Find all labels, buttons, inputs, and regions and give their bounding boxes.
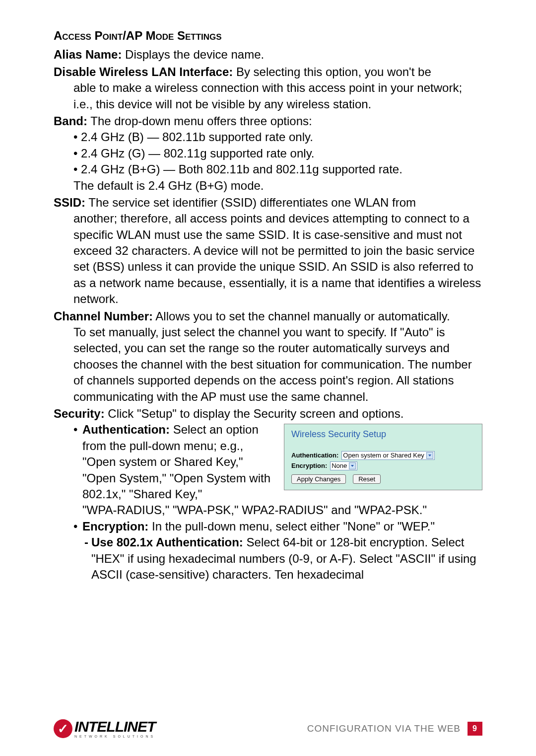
security-entry: Security: Click "Setup" to display the S…: [54, 406, 482, 583]
encryption-term: Encryption:: [82, 520, 148, 533]
brand-name: INTELLINET: [74, 719, 155, 734]
band-option-g: • 2.4 GHz (G) — 802.11g supported rate o…: [73, 146, 482, 161]
band-term: Band:: [54, 114, 87, 128]
encryption-select-value: None: [332, 461, 347, 470]
authentication-select-value: Open system or Shared Key: [343, 451, 424, 460]
page-number: 9: [468, 722, 482, 736]
panel-auth-row: Authentication: Open system or Shared Ke…: [291, 451, 475, 460]
apply-changes-button[interactable]: Apply Changes: [291, 474, 346, 484]
alias-name-text: Displays the device name.: [122, 48, 264, 61]
dash-icon: -: [84, 534, 91, 583]
encryption-select[interactable]: None: [330, 461, 357, 470]
channel-entry: Channel Number: Allows you to set the ch…: [54, 308, 482, 405]
disable-wlan-text-start: By selecting this option, you won't be: [233, 65, 431, 78]
panel-auth-label: Authentication:: [291, 451, 338, 460]
channel-term: Channel Number:: [54, 309, 153, 323]
alias-name-entry: Alias Name: Displays the device name.: [54, 47, 482, 63]
authentication-select[interactable]: Open system or Shared Key: [341, 451, 434, 460]
security-term: Security:: [54, 407, 105, 420]
bullet-icon: •: [73, 519, 82, 534]
authentication-bullet: • Authentication: Select an option from …: [73, 422, 279, 502]
band-default: The default is 2.4 GHz (B+G) mode.: [73, 178, 482, 194]
band-option-bg: • 2.4 GHz (B+G) — Both 802.11b and 802.1…: [73, 161, 482, 177]
disable-wlan-text-cont: able to make a wireless connection with …: [54, 80, 482, 112]
alias-name-term: Alias Name:: [54, 48, 122, 61]
chevron-down-icon: [349, 462, 356, 469]
disable-wlan-term: Disable Wireless LAN Interface:: [54, 65, 233, 78]
panel-enc-row: Encryption: None: [291, 461, 475, 470]
band-text: The drop-down menu offers three options:: [87, 114, 312, 128]
band-entry: Band: The drop-down menu offers three op…: [54, 113, 482, 194]
channel-text-cont: To set manually, just select the channel…: [54, 324, 482, 405]
disable-wlan-entry: Disable Wireless LAN Interface: By selec…: [54, 64, 482, 112]
ssid-entry: SSID: The service set identifier (SSID) …: [54, 195, 482, 307]
footer: INTELLINET NETWORK SOLUTIONS CONFIGURATI…: [54, 719, 482, 738]
authentication-term: Authentication:: [82, 423, 170, 436]
ssid-term: SSID:: [54, 196, 85, 209]
chevron-down-icon: [426, 452, 433, 459]
security-setup-panel: Wireless Security Setup Authentication: …: [284, 424, 482, 490]
check-icon: [54, 719, 72, 738]
footer-section-label: CONFIGURATION VIA THE WEB: [307, 722, 461, 735]
reset-button[interactable]: Reset: [353, 474, 381, 484]
panel-enc-label: Encryption:: [291, 461, 327, 470]
channel-text-start: Allows you to set the channel manually o…: [153, 309, 450, 323]
panel-title: Wireless Security Setup: [291, 428, 478, 449]
use-8021x-term: Use 802.1x Authentication:: [91, 535, 243, 549]
brand-logo: INTELLINET NETWORK SOLUTIONS: [54, 719, 155, 738]
authentication-text-b: "WPA-RADIUS," "WPA-PSK," WPA2-RADIUS" an…: [73, 502, 482, 518]
encryption-bullet: • Encryption: In the pull-down menu, sel…: [73, 519, 482, 534]
security-text: Click "Setup" to display the Security sc…: [105, 407, 404, 420]
ssid-text-cont: another; therefore, all access points an…: [54, 211, 482, 307]
section-heading: Access Point/AP Mode Settings: [54, 28, 482, 44]
encryption-text: In the pull-down menu, select either "No…: [148, 520, 435, 533]
bullet-icon: •: [73, 422, 82, 502]
use-8021x-bullet: - Use 802.1x Authentication: Select 64-b…: [73, 534, 482, 583]
band-option-b: • 2.4 GHz (B) — 802.11b supported rate o…: [73, 129, 482, 145]
ssid-text-start: The service set identifier (SSID) differ…: [85, 196, 416, 209]
brand-subtitle: NETWORK SOLUTIONS: [74, 735, 155, 738]
